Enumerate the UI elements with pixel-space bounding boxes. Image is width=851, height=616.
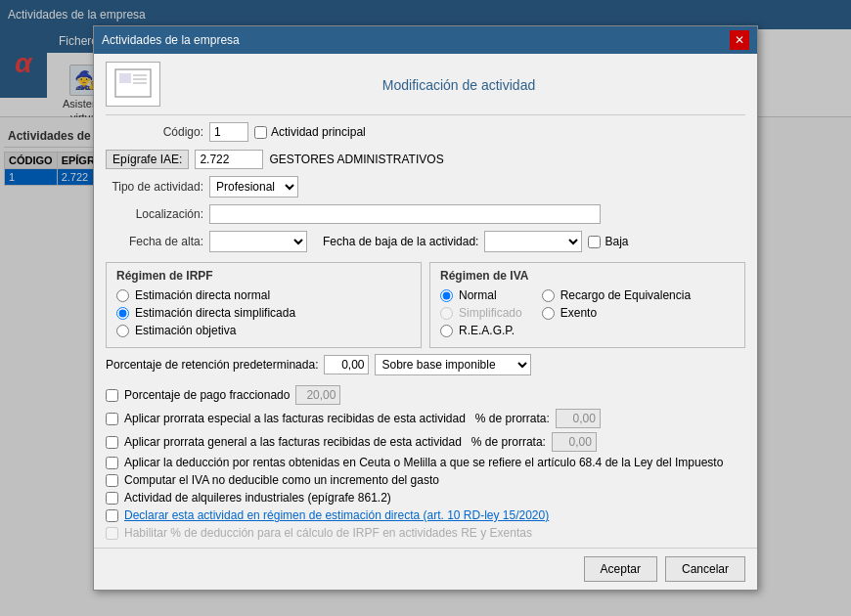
cb3-prorrata-input — [552, 432, 597, 452]
modal-overlay: Actividades de la empresa ✕ Modificació — [0, 0, 851, 616]
aceptar-button[interactable]: Aceptar — [584, 556, 657, 582]
fecha-alta-select[interactable] — [209, 231, 307, 252]
baja-label[interactable]: Baja — [588, 235, 628, 248]
cb5-checkbox[interactable] — [106, 474, 118, 487]
iva-label-simplificado: Simplificado — [459, 306, 522, 320]
checkboxes-section: Porcentaje de pago fraccionado Aplicar p… — [106, 385, 745, 540]
actividad-principal-label[interactable]: Actividad principal — [254, 125, 366, 139]
cb2-label: Aplicar prorrata especial a las facturas… — [124, 412, 466, 425]
tax-groups: Régimen de IRPF Estimación directa norma… — [106, 262, 745, 348]
irpf-label-objetiva: Estimación objetiva — [135, 324, 236, 337]
cb3-row: Aplicar prorrata general a las facturas … — [106, 432, 745, 452]
codigo-label: Código: — [106, 125, 203, 139]
modal-titlebar: Actividades de la empresa ✕ — [94, 26, 757, 54]
modal-icon — [106, 62, 160, 107]
iva-col2: Recargo de Equivalencia Exento — [542, 288, 691, 341]
cb7-label[interactable]: Declarar esta actividad en régimen de es… — [124, 508, 549, 522]
irpf-label-normal: Estimación directa normal — [135, 288, 270, 302]
cancelar-button[interactable]: Cancelar — [665, 556, 745, 582]
cb2-prorrata-input — [556, 409, 601, 428]
actividad-principal-text: Actividad principal — [271, 125, 366, 139]
tipo-select[interactable]: Profesional Empresarial Agrícola — [209, 176, 298, 198]
modal-close-button[interactable]: ✕ — [730, 30, 749, 50]
localizacion-row: Localización: — [106, 203, 745, 225]
iva-label-recargo: Recargo de Equivalencia — [560, 288, 691, 302]
iva-radio-normal[interactable] — [440, 289, 453, 302]
codigo-row: Código: Actividad principal — [106, 121, 745, 143]
irpf-title: Régimen de IRPF — [116, 269, 411, 283]
iva-inner: Normal Simplificado R.E.A.G.P. — [440, 288, 735, 341]
localizacion-input[interactable] — [209, 204, 601, 224]
cb1-row: Porcentaje de pago fraccionado — [106, 385, 745, 405]
iva-row-exento: Exento — [542, 306, 691, 320]
epigrafe-desc: GESTORES ADMINISTRATIVOS — [269, 153, 443, 166]
retention-dropdown[interactable]: Sobre base imponible — [375, 354, 531, 375]
codigo-input[interactable] — [209, 122, 248, 142]
cb3-label: Aplicar prorrata general a las facturas … — [124, 435, 462, 449]
modal-subtitle-container: Modificación de actividad — [172, 62, 745, 93]
cb7-row: Declarar esta actividad en régimen de es… — [106, 508, 745, 522]
cb1-label: Porcentaje de pago fraccionado — [124, 388, 290, 402]
cb6-label: Actividad de alquileres industriales (ep… — [124, 491, 391, 505]
fechas-row: Fecha de alta: Fecha de baja de la activ… — [106, 231, 745, 252]
modal-title: Actividades de la empresa — [102, 33, 240, 47]
retention-input[interactable] — [324, 355, 369, 374]
iva-row-simplificado: Simplificado — [440, 306, 522, 320]
modal-footer: Aceptar Cancelar — [94, 548, 757, 590]
retention-label: Porcentaje de retención predeterminada: — [106, 358, 318, 372]
cb3-checkbox[interactable] — [106, 436, 118, 449]
irpf-radio-simplificada[interactable] — [116, 307, 129, 320]
irpf-option-1: Estimación directa normal — [116, 288, 411, 302]
fecha-alta-label: Fecha de alta: — [106, 235, 203, 248]
iva-radio-simplificado[interactable] — [440, 307, 453, 320]
modal-header: Modificación de actividad — [106, 62, 745, 115]
retention-row: Porcentaje de retención predeterminada: … — [106, 354, 745, 375]
cb1-checkbox[interactable] — [106, 389, 118, 402]
epigrafe-label: Epígrafe IAE: — [106, 150, 189, 169]
irpf-radio-normal[interactable] — [116, 289, 129, 302]
cb8-label: Habilitar % de deducción para el cálculo… — [124, 526, 532, 540]
iva-title: Régimen de IVA — [440, 269, 735, 283]
tipo-row: Tipo de actividad: Profesional Empresari… — [106, 176, 745, 198]
epigrafe-row: Epígrafe IAE: GESTORES ADMINISTRATIVOS — [106, 149, 745, 170]
iva-label-normal: Normal — [459, 288, 497, 302]
iva-row-reagp: R.E.A.G.P. — [440, 324, 522, 337]
iva-radio-reagp[interactable] — [440, 325, 453, 337]
irpf-radio-objetiva[interactable] — [116, 325, 129, 337]
irpf-option-3: Estimación objetiva — [116, 324, 411, 337]
tipo-label: Tipo de actividad: — [106, 180, 203, 194]
modal-subtitle: Modificación de actividad — [172, 73, 745, 93]
modal-dialog: Actividades de la empresa ✕ Modificació — [93, 25, 758, 591]
cb6-checkbox[interactable] — [106, 492, 118, 505]
cb2-prorrata-label: % de prorrata: — [475, 412, 550, 425]
iva-label-reagp: R.E.A.G.P. — [459, 324, 515, 337]
cb1-input — [295, 385, 340, 405]
iva-radio-exento[interactable] — [542, 307, 555, 320]
cb5-row: Computar el IVA no deducible como un inc… — [106, 473, 745, 487]
cb4-checkbox[interactable] — [106, 457, 118, 469]
iva-radio-recargo[interactable] — [542, 289, 555, 302]
iva-row-recargo: Recargo de Equivalencia — [542, 288, 691, 302]
fecha-baja-select[interactable] — [484, 231, 582, 252]
cb7-checkbox[interactable] — [106, 509, 118, 522]
iva-group: Régimen de IVA Normal Simplificado — [429, 262, 745, 348]
iva-col1: Normal Simplificado R.E.A.G.P. — [440, 288, 522, 341]
baja-text: Baja — [605, 235, 628, 248]
svg-rect-1 — [119, 73, 131, 83]
fecha-baja-label: Fecha de baja de la actividad: — [323, 235, 478, 248]
baja-checkbox[interactable] — [588, 236, 601, 248]
cb5-label: Computar el IVA no deducible como un inc… — [124, 473, 439, 487]
localizacion-label: Localización: — [106, 207, 203, 221]
cb8-checkbox — [106, 527, 118, 540]
actividad-principal-checkbox[interactable] — [254, 126, 267, 139]
cb8-row: Habilitar % de deducción para el cálculo… — [106, 526, 745, 540]
cb3-prorrata-label: % de prorrata: — [471, 435, 546, 449]
cb6-row: Actividad de alquileres industriales (ep… — [106, 491, 745, 505]
cb4-row: Aplicar la deducción por rentas obtenida… — [106, 456, 745, 469]
cb4-label: Aplicar la deducción por rentas obtenida… — [124, 456, 723, 469]
cb2-checkbox[interactable] — [106, 413, 118, 425]
irpf-option-2: Estimación directa simplificada — [116, 306, 411, 320]
irpf-label-simplificada: Estimación directa simplificada — [135, 306, 295, 320]
epigrafe-input[interactable] — [195, 150, 263, 169]
modal-body: Modificación de actividad Código: Activi… — [94, 54, 757, 548]
